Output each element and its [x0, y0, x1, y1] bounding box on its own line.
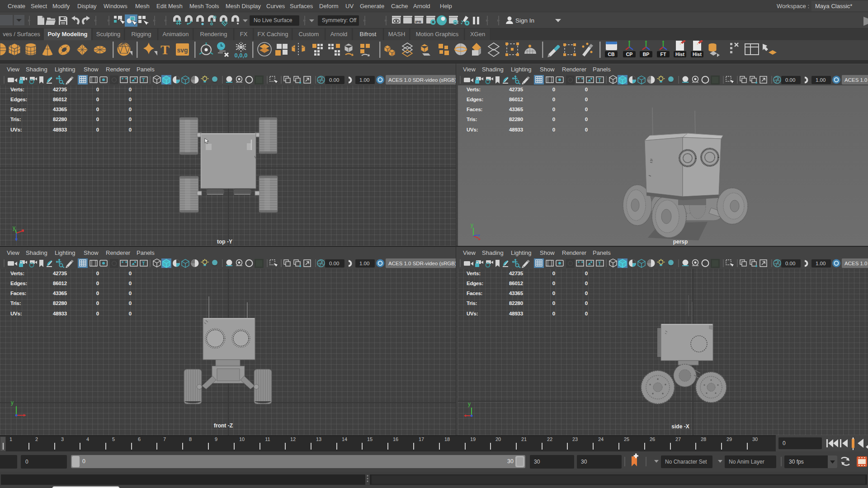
svg-text:FT: FT: [660, 52, 666, 57]
svg-text:IPR: IPR: [415, 20, 422, 24]
svg-text:BP: BP: [643, 52, 650, 57]
svg-text:y: y: [468, 401, 471, 407]
svg-text:T: T: [160, 42, 170, 57]
svg-text:svg: svg: [177, 47, 188, 54]
svg-text:y: y: [471, 222, 473, 228]
svg-text:y: y: [13, 225, 15, 231]
svg-text:y: y: [11, 399, 14, 406]
svg-text:CP: CP: [626, 52, 633, 57]
svg-text:Hist: Hist: [675, 52, 684, 57]
svg-text:Sign In: Sign In: [515, 17, 534, 24]
svg-text:Hist: Hist: [693, 52, 702, 57]
svg-text:0,0,0: 0,0,0: [235, 52, 248, 59]
svg-text:CB: CB: [608, 52, 615, 57]
